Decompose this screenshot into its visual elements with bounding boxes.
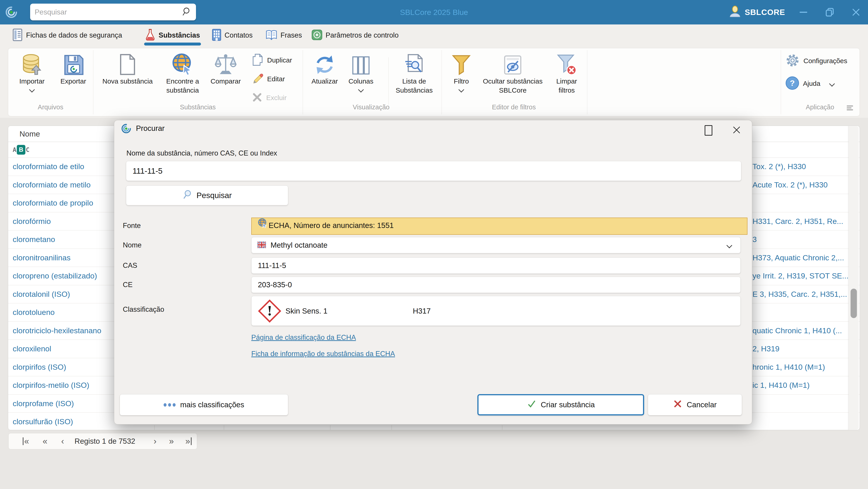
pencil-icon	[252, 73, 264, 85]
substance-name[interactable]: cloroformiato de etilo	[13, 158, 84, 175]
record-navigator: « « ‹ Registo 1 de 7532 › » »	[8, 433, 197, 449]
cas-value: 111-11-5	[258, 261, 286, 270]
chevron-down-icon[interactable]	[726, 242, 732, 248]
configuracoes-button[interactable]: Configurações	[785, 54, 847, 68]
tab-contatos[interactable]: Contatos	[212, 25, 253, 46]
tab-substancias[interactable]: Substâncias	[145, 25, 200, 46]
ellipsis-icon	[163, 403, 176, 406]
control-parameters-icon	[312, 29, 322, 41]
vertical-scrollbar[interactable]	[849, 126, 859, 430]
substance-name[interactable]: clorotolueno	[13, 303, 55, 321]
comparar-button[interactable]: Comparar	[199, 52, 252, 86]
substance-name[interactable]: cloronitroanilinas	[13, 249, 70, 267]
cas-field[interactable]: 111-11-5	[251, 257, 741, 274]
atualizar-button[interactable]: Atualizar	[304, 52, 345, 86]
ajuda-button[interactable]: ? Ajuda	[785, 76, 834, 91]
scrollbar-thumb[interactable]	[850, 289, 857, 318]
nome-dropdown[interactable]: Methyl octanoate	[251, 237, 741, 253]
ghs07-exclamation-icon: !	[258, 299, 281, 324]
dialog-close-button[interactable]	[732, 125, 742, 135]
substance-name[interactable]: clorpirifos (ISO)	[13, 358, 66, 376]
close-button[interactable]	[848, 4, 864, 20]
dialog-header[interactable]: Procurar	[114, 120, 752, 136]
editar-button[interactable]: Editar	[252, 72, 285, 86]
column-header-nome[interactable]: Nome	[8, 130, 40, 138]
prev-record-button[interactable]: ‹	[61, 433, 64, 449]
group-label-visualizacao: Visualização	[326, 103, 416, 111]
dialog-search-input[interactable]	[126, 166, 741, 175]
substance-name[interactable]: clorometano	[13, 230, 55, 248]
cancelar-button[interactable]: Cancelar	[648, 394, 742, 416]
chevron-down-icon	[458, 87, 464, 92]
pesquisar-button[interactable]: Pesquisar	[126, 186, 288, 205]
new-page-icon	[119, 52, 136, 75]
user-avatar-icon	[729, 5, 741, 19]
check-icon	[527, 399, 536, 411]
fast-next-button[interactable]: »	[169, 433, 174, 449]
dialog-search-box[interactable]	[126, 161, 741, 181]
substance-name[interactable]: clorotriciclo-hexilestanano	[13, 322, 101, 339]
substance-name[interactable]: clorsulfurão (ISO)	[13, 413, 73, 431]
column-separator	[848, 126, 848, 430]
substance-classification: hronic 1, H410 (M=1)	[752, 358, 848, 376]
criar-substancia-button[interactable]: Criar substância	[477, 394, 644, 416]
substance-classification: Acute Tox. 2 (*), H330	[752, 176, 848, 194]
echa-infocard-link[interactable]: Ficha de informação de substâncias da EC…	[251, 350, 395, 358]
substance-name[interactable]: cloroformiato de propilo	[13, 194, 93, 212]
tab-parametros[interactable]: Parâmetros de controlo	[312, 25, 399, 46]
limpar-filtros-button[interactable]: Limpar filtros	[550, 52, 584, 95]
flask-icon	[145, 29, 155, 42]
group-label-substancias: Substâncias	[153, 103, 243, 111]
clear-filter-icon	[557, 52, 577, 75]
substance-classification: 3	[752, 230, 848, 248]
abc-filter-icon[interactable]: ABC	[13, 145, 29, 155]
exportar-button[interactable]: Exportar	[52, 52, 94, 86]
next-record-button[interactable]: ›	[154, 433, 157, 449]
minimize-button[interactable]	[796, 4, 811, 20]
filtro-button[interactable]: Filtro	[445, 52, 477, 92]
substance-name[interactable]: cloroformiato de metilo	[13, 176, 91, 194]
duplicar-button[interactable]: Duplicar	[252, 53, 292, 67]
fast-prev-button[interactable]: «	[42, 433, 48, 449]
substance-name[interactable]: clorotalonil (ISO)	[13, 285, 70, 303]
chevron-down-icon	[829, 81, 835, 87]
substance-classification	[752, 413, 848, 431]
first-record-button[interactable]: «	[23, 437, 29, 445]
echa-classification-link[interactable]: Página de classificação da ECHA	[251, 333, 356, 341]
search-field-label: Nome da substância, número CAS, CE ou In…	[126, 149, 277, 157]
cas-label: CAS	[123, 261, 137, 270]
grid-line	[502, 425, 502, 430]
ocultar-substancias-button[interactable]: Ocultar substâncias SBLCore	[477, 52, 548, 95]
excluir-button[interactable]: Excluir	[252, 91, 287, 105]
fonte-field[interactable]: ECHA, Número de anunciantes: 1551	[251, 218, 747, 235]
chevron-down-icon	[358, 87, 364, 92]
tab-frases[interactable]: Frases	[266, 25, 302, 46]
substance-name[interactable]: clorpirifos-metilo (ISO)	[13, 376, 89, 394]
restore-button[interactable]	[822, 4, 838, 20]
substance-name[interactable]: cloroxilenol	[13, 340, 51, 358]
importar-button[interactable]: Importar	[11, 52, 52, 92]
account-button[interactable]: SBLCORE	[729, 5, 785, 19]
classification-hcode: H317	[413, 296, 431, 326]
substance-name[interactable]: clorprofame (ISO)	[13, 395, 74, 413]
substance-name[interactable]: clorofórmio	[13, 213, 51, 230]
dialog-title: Procurar	[136, 120, 165, 136]
substance-name[interactable]: cloropreno (estabilizado)	[13, 267, 97, 285]
ce-value: 203-835-0	[258, 281, 292, 289]
fonte-label: Fonte	[123, 222, 141, 230]
nova-substancia-button[interactable]: Nova substância	[97, 52, 158, 86]
lista-substancias-button[interactable]: Lista de Substâncias	[392, 52, 437, 95]
group-label-arquivos: Arquivos	[28, 103, 73, 111]
main-tab-bar: Fichas de dados de segurança Substâncias…	[0, 25, 868, 47]
record-counter: Registo 1 de 7532	[65, 433, 145, 449]
colunas-button[interactable]: Colunas	[343, 52, 379, 92]
gear-icon	[785, 53, 800, 69]
last-record-button[interactable]: »	[185, 437, 192, 445]
procurar-dialog: Procurar Nome da substância, número CAS,…	[114, 120, 752, 424]
dialog-maximize-button[interactable]	[705, 125, 712, 136]
ce-field[interactable]: 203-835-0	[251, 276, 741, 293]
tab-fichas-de-dados[interactable]: Fichas de dados de segurança	[12, 25, 122, 46]
delete-x-icon	[252, 92, 262, 104]
grid-line	[154, 425, 155, 430]
more-classifications-button[interactable]: mais classificações	[120, 394, 288, 416]
